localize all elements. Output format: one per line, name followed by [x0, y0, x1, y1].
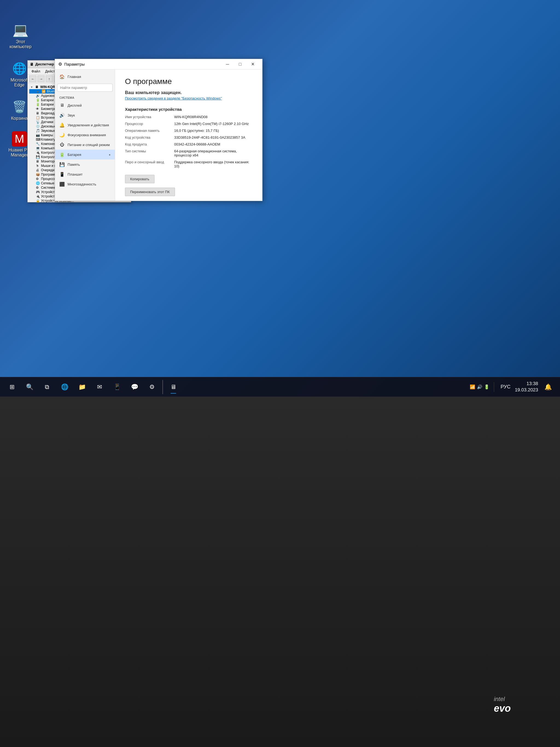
taskbar-start-button[interactable]: ⊞ [4, 380, 20, 394]
desktop-icon-computer[interactable]: 💻 Этот компьютер [8, 22, 33, 49]
nav-power-label: Питание и спящий режим [68, 143, 110, 147]
nav-tablet[interactable]: 📱 Планшит [55, 169, 115, 179]
nav-home[interactable]: 🏠 Главная [55, 72, 115, 81]
taskbar-chat-icon: 💬 [131, 384, 138, 391]
nav-sound[interactable]: 🔊 Звук [55, 110, 115, 120]
settings-content: О программе Ваш компьютер защищен. Просм… [115, 70, 262, 201]
tablet-icon: 📱 [59, 172, 65, 177]
settings-body: 🏠 Главная Система 🖥 Дисплей 🔊 Звук 🔔 Уве… [55, 70, 262, 201]
huawei-icon-label: Huawei PCManager [8, 148, 30, 158]
settings-search-input[interactable] [57, 84, 113, 92]
spec-system-type-label: Тип системы [125, 149, 174, 157]
taskbar-device-manager[interactable]: 🖥 [166, 380, 181, 394]
tray-battery-icon[interactable]: 🔋 [484, 384, 489, 389]
laptop-body: Esc F1 F2 F3 F4 F5 F6 F7 F8 F9 F10 F11 F… [0, 396, 560, 747]
taskbar-divider [162, 380, 163, 394]
spec-product-id-label: Код продукта [125, 142, 174, 146]
spec-product-id-value: 00342-42324-06688-AAOEM [174, 142, 252, 146]
about-title: О программе [125, 77, 252, 86]
edge-icon: 🌐 [11, 60, 28, 77]
evo-badge-area: intel evo [494, 696, 511, 714]
clock-time: 13:38 [515, 381, 538, 387]
spec-ram-value: 16,0 ГБ (доступно: 15,7 ГБ) [174, 129, 252, 133]
nav-battery-label: Батарея [68, 153, 81, 157]
nav-notifications-label: Уведомления и действия [68, 123, 109, 127]
settings-icon: ⚙ [58, 61, 62, 67]
spec-touch: Перо и сенсорный ввод Поддержка сенсорно… [125, 160, 252, 168]
display-icon: 🖥 [59, 103, 65, 108]
nav-home-label: Главная [68, 75, 81, 79]
spec-touch-label: Перо и сенсорный ввод [125, 160, 174, 168]
taskbar-language[interactable]: РУС [501, 384, 510, 390]
active-indicator [170, 393, 176, 394]
rename-button[interactable]: Переименовать этот ПК [125, 188, 175, 196]
battery-indicator: ● [109, 153, 110, 156]
dm-tool-up[interactable]: ↑ [46, 76, 53, 82]
taskbar-chat-button[interactable]: 💬 [127, 380, 142, 394]
settings-window: ⚙ Параметры ─ □ ✕ 🏠 Главная Система 🖥 Ди… [55, 59, 263, 201]
nav-memory-label: Память [68, 162, 80, 166]
specs-title: Характеристики устройства [125, 107, 252, 111]
nav-tablet-label: Планшит [68, 172, 83, 176]
taskbar-folder-button[interactable]: 📁 [74, 380, 90, 394]
memory-icon: 💾 [59, 162, 65, 167]
nav-focus-label: Фокусировка внимания [68, 133, 106, 137]
dm-tool-forward[interactable]: → [37, 76, 45, 82]
tray-divider [494, 382, 494, 392]
spec-device-id: Код устройства 33D38519-244F-4C81-8191-0… [125, 135, 252, 139]
action-buttons: Копировать [125, 173, 252, 183]
taskbar-phone-button[interactable]: 📱 [109, 380, 125, 394]
nav-focus[interactable]: 🌙 Фокусировка внимания [55, 130, 115, 140]
taskbar-edge-icon: 🌐 [61, 384, 69, 391]
settings-minimize-button[interactable]: ─ [221, 60, 234, 69]
taskbar-notification-button[interactable]: 🔔 [540, 380, 556, 394]
spec-ram: Оперативная память 16,0 ГБ (доступно: 15… [125, 129, 252, 133]
recycle-icon: 🗑️ [11, 99, 28, 115]
taskbar-phone-icon: 📱 [113, 384, 121, 391]
nav-notifications[interactable]: 🔔 Уведомления и действия [55, 120, 115, 130]
spec-touch-value: Поддержка сенсорного ввода (точек касани… [174, 160, 252, 168]
protected-link[interactable]: Просмотреть сведения в разделе "Безопасн… [125, 96, 252, 100]
nav-display[interactable]: 🖥 Дисплей [55, 100, 115, 110]
spec-system-type-value: 64-разрядная операционная система, проце… [174, 149, 252, 157]
nav-memory[interactable]: 💾 Память [55, 159, 115, 169]
settings-titlebar: ⚙ Параметры ─ □ ✕ [55, 59, 262, 70]
tray-network-icon[interactable]: 📶 [470, 384, 475, 389]
taskbar-clock[interactable]: 13:38 19.03.2023 [515, 381, 538, 393]
huawei-icon: M [12, 131, 27, 147]
dm-tool-back[interactable]: ← [29, 76, 36, 82]
spec-system-type: Тип системы 64-разрядная операционная си… [125, 149, 252, 157]
multitask-icon: ⬛ [59, 181, 65, 187]
taskbar-dm-icon: 🖥 [170, 384, 176, 391]
taskbar-settings-button[interactable]: ⚙ [144, 380, 160, 394]
spec-processor: Процессор 12th Gen Intel(R) Core(TM) i7-… [125, 122, 252, 126]
taskbar-mail-button[interactable]: ✉ [92, 380, 107, 394]
settings-close-button[interactable]: ✕ [246, 60, 259, 69]
nav-battery[interactable]: 🔋 Батарея ● [55, 150, 115, 159]
taskbar-taskview-button[interactable]: ⧉ [39, 380, 55, 394]
taskbar-mail-icon: ✉ [97, 384, 102, 391]
nav-power[interactable]: ⏻ Питание и спящий режим [55, 140, 115, 150]
computer-icon: 💻 [12, 22, 29, 38]
notification-icon: 🔔 [544, 384, 552, 391]
clock-date: 19.03.2023 [515, 387, 538, 393]
taskbar-edge-button[interactable]: 🌐 [57, 380, 72, 394]
copy-button[interactable]: Копировать [125, 175, 155, 183]
protected-text: Ваш компьютер защищен. [125, 90, 252, 95]
tray-sound-icon[interactable]: 🔊 [477, 384, 482, 389]
spec-product-id: Код продукта 00342-42324-06688-AAOEM [125, 142, 252, 146]
spec-device-name-value: WIN-KQR08R4ND08 [174, 115, 252, 119]
spec-processor-value: 12th Gen Intel(R) Core(TM) i7-1260P 2.10… [174, 122, 252, 126]
computer-icon-label: Этот компьютер [8, 40, 33, 49]
settings-maximize-button[interactable]: □ [234, 60, 246, 69]
nav-multitask[interactable]: ⬛ Многозадачность [55, 179, 115, 189]
taskbar-folder-icon: 📁 [78, 384, 86, 391]
system-tray: 📶 🔊 🔋 [470, 384, 489, 389]
spec-device-id-label: Код устройства [125, 135, 174, 139]
taskview-icon: ⧉ [45, 384, 49, 391]
focus-icon: 🌙 [59, 132, 65, 137]
evo-label: evo [494, 703, 511, 714]
taskbar-search-button[interactable]: 🔍 [22, 380, 37, 394]
dm-menu-file[interactable]: Файл [29, 69, 43, 74]
notifications-icon: 🔔 [59, 122, 65, 128]
